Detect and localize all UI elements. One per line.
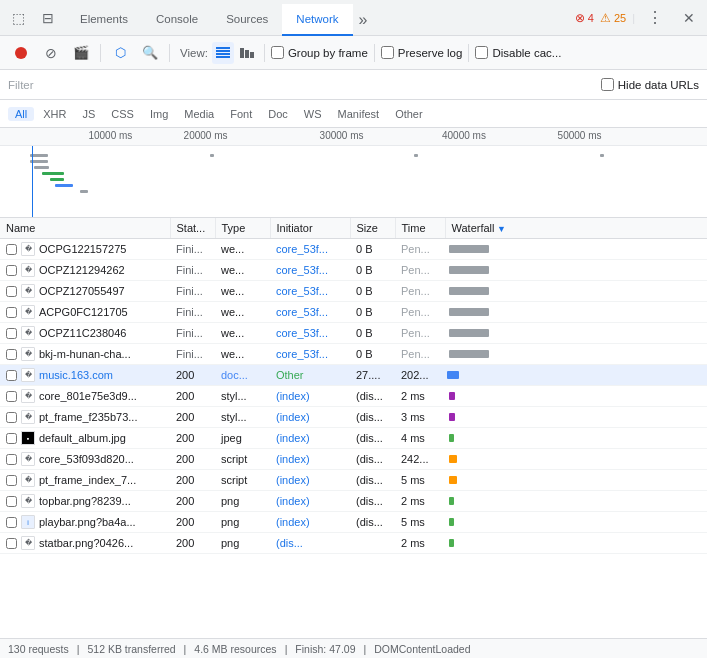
waterfall-bar [449, 245, 489, 253]
filter-input[interactable] [8, 79, 593, 91]
tab-more-btn[interactable]: » [353, 4, 374, 36]
th-status[interactable]: Stat... [170, 218, 215, 239]
preserve-log-label[interactable]: Preserve log [381, 46, 463, 59]
tab-sources[interactable]: Sources [212, 4, 282, 36]
type-filter-font[interactable]: Font [223, 107, 259, 121]
cell-status: 200 [170, 365, 215, 386]
disable-cache-checkbox[interactable] [475, 46, 488, 59]
type-filter-all[interactable]: All [8, 107, 34, 121]
row-checkbox[interactable] [6, 370, 17, 381]
devtools-toggle-icon[interactable]: ⬚ [4, 4, 32, 32]
initiator-link[interactable]: (index) [276, 474, 310, 486]
initiator-link[interactable]: core_53f... [276, 243, 328, 255]
initiator-link[interactable]: core_53f... [276, 348, 328, 360]
th-type[interactable]: Type [215, 218, 270, 239]
table-row[interactable]: �bkj-m-hunan-cha...Fini...we...core_53f.… [0, 344, 707, 365]
th-waterfall[interactable]: Waterfall [445, 218, 707, 239]
search-button[interactable]: 🔍 [137, 40, 163, 66]
row-checkbox[interactable] [6, 307, 17, 318]
row-checkbox[interactable] [6, 412, 17, 423]
tab-network[interactable]: Network [282, 4, 352, 36]
cell-time: Pen... [395, 239, 445, 260]
dock-icon[interactable]: ⊟ [34, 4, 62, 32]
type-filter-xhr[interactable]: XHR [36, 107, 73, 121]
row-checkbox[interactable] [6, 328, 17, 339]
th-name[interactable]: Name [0, 218, 170, 239]
hide-data-urls-label[interactable]: Hide data URLs [601, 78, 699, 91]
close-devtools-btn[interactable]: ✕ [675, 4, 703, 32]
table-row[interactable]: �topbar.png?8239...200png(index)(dis...2… [0, 491, 707, 512]
initiator-link[interactable]: (index) [276, 495, 310, 507]
type-filter-js[interactable]: JS [75, 107, 102, 121]
cell-size: 0 B [350, 344, 395, 365]
record-icon [15, 47, 27, 59]
timeline-chart[interactable] [0, 146, 707, 218]
table-row[interactable]: �pt_frame_f235b73...200styl...(index)(di… [0, 407, 707, 428]
table-scroll-container[interactable]: Name Stat... Type Initiator Size Time Wa… [0, 218, 707, 638]
clear-icon: 🎬 [73, 45, 89, 60]
row-checkbox[interactable] [6, 433, 17, 444]
view-table-btn[interactable] [212, 42, 234, 64]
group-by-frame-label[interactable]: Group by frame [271, 46, 368, 59]
group-by-frame-checkbox[interactable] [271, 46, 284, 59]
table-row[interactable]: ▪default_album.jpg200jpeg(index)(dis...4… [0, 428, 707, 449]
initiator-link[interactable]: core_53f... [276, 264, 328, 276]
table-row[interactable]: �ACPG0FC121705Fini...we...core_53f...0 B… [0, 302, 707, 323]
th-time[interactable]: Time [395, 218, 445, 239]
initiator-link[interactable]: Other [276, 369, 304, 381]
timeline-tick: 10000 ms [88, 130, 132, 141]
type-filter-media[interactable]: Media [177, 107, 221, 121]
type-filter-other[interactable]: Other [388, 107, 430, 121]
type-filter-ws[interactable]: WS [297, 107, 329, 121]
initiator-link[interactable]: (index) [276, 516, 310, 528]
initiator-link[interactable]: core_53f... [276, 327, 328, 339]
table-row[interactable]: �OCPZ121294262Fini...we...core_53f...0 B… [0, 260, 707, 281]
stop-button[interactable]: ⊘ [38, 40, 64, 66]
type-filter-img[interactable]: Img [143, 107, 175, 121]
cell-time: 2 ms [395, 533, 445, 554]
initiator-link[interactable]: (index) [276, 432, 310, 444]
initiator-link[interactable]: (index) [276, 411, 310, 423]
table-row[interactable]: �music.163.com200doc...Other27....202... [0, 365, 707, 386]
more-options-btn[interactable]: ⋮ [641, 4, 669, 32]
tab-elements[interactable]: Elements [66, 4, 142, 36]
table-row[interactable]: �OCPG122157275Fini...we...core_53f...0 B… [0, 239, 707, 260]
svg-rect-2 [216, 53, 230, 55]
table-row[interactable]: �pt_frame_index_7...200script(index)(dis… [0, 470, 707, 491]
th-initiator[interactable]: Initiator [270, 218, 350, 239]
initiator-link[interactable]: (index) [276, 453, 310, 465]
table-row[interactable]: iplaybar.png?ba4a...200png(index)(dis...… [0, 512, 707, 533]
row-checkbox[interactable] [6, 496, 17, 507]
row-checkbox[interactable] [6, 349, 17, 360]
table-row[interactable]: �statbar.png?0426...200png(dis...2 ms [0, 533, 707, 554]
overview-bar [210, 154, 214, 157]
view-chart-btn[interactable] [236, 42, 258, 64]
initiator-link[interactable]: core_53f... [276, 285, 328, 297]
clear-button[interactable]: 🎬 [68, 40, 94, 66]
row-checkbox[interactable] [6, 538, 17, 549]
type-filter-manifest[interactable]: Manifest [331, 107, 387, 121]
row-checkbox[interactable] [6, 265, 17, 276]
row-checkbox[interactable] [6, 454, 17, 465]
type-filter-css[interactable]: CSS [104, 107, 141, 121]
row-checkbox[interactable] [6, 517, 17, 528]
table-row[interactable]: �core_801e75e3d9...200styl...(index)(dis… [0, 386, 707, 407]
type-filter-doc[interactable]: Doc [261, 107, 295, 121]
initiator-link[interactable]: (dis... [276, 537, 303, 549]
row-checkbox[interactable] [6, 475, 17, 486]
initiator-link[interactable]: core_53f... [276, 306, 328, 318]
table-row[interactable]: �OCPZ127055497Fini...we...core_53f...0 B… [0, 281, 707, 302]
row-checkbox[interactable] [6, 391, 17, 402]
filter-button[interactable]: ⬡ [107, 40, 133, 66]
record-button[interactable] [8, 40, 34, 66]
hide-data-urls-checkbox[interactable] [601, 78, 614, 91]
th-size[interactable]: Size [350, 218, 395, 239]
row-checkbox[interactable] [6, 244, 17, 255]
row-checkbox[interactable] [6, 286, 17, 297]
disable-cache-label[interactable]: Disable cac... [475, 46, 561, 59]
initiator-link[interactable]: (index) [276, 390, 310, 402]
table-row[interactable]: �core_53f093d820...200script(index)(dis.… [0, 449, 707, 470]
tab-console[interactable]: Console [142, 4, 212, 36]
preserve-log-checkbox[interactable] [381, 46, 394, 59]
table-row[interactable]: �OCPZ11C238046Fini...we...core_53f...0 B… [0, 323, 707, 344]
